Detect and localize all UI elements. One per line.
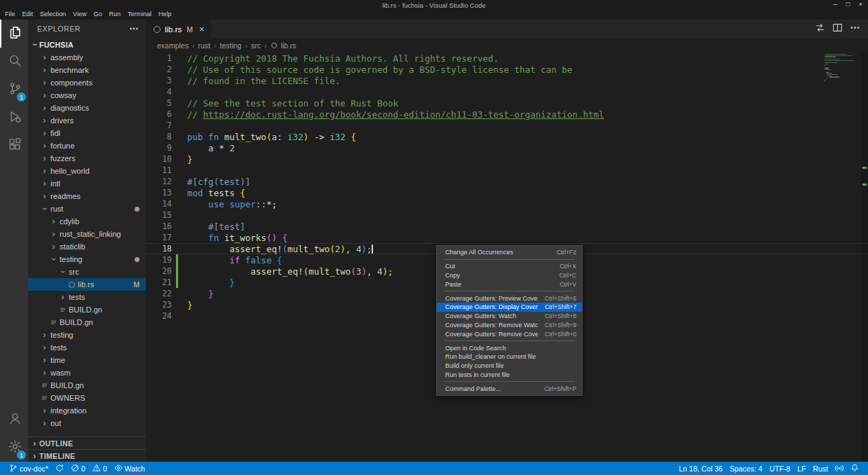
status-git-branch[interactable]: cov-doc* — [6, 462, 52, 475]
tree-folder-fuzzers[interactable]: ›fuzzers — [28, 152, 146, 165]
status-warning[interactable]: 0 — [89, 462, 111, 475]
code-line-8[interactable]: 8pub fn mult_two(a: i32) -> i32 { — [146, 131, 868, 142]
code-line-11[interactable]: 11 — [146, 165, 868, 176]
menu-go[interactable]: Go — [90, 9, 105, 19]
status-broadcast[interactable] — [832, 462, 847, 475]
tree-folder-components[interactable]: ›components — [28, 76, 146, 89]
tree-file-lib-rs[interactable]: lib.rsM — [28, 278, 146, 291]
code-line-10[interactable]: 10} — [146, 153, 868, 165]
code-line-3[interactable]: 3// found in the LICENSE file. — [146, 75, 868, 86]
tree-folder-integration[interactable]: ›integration — [28, 404, 146, 417]
menu-terminal[interactable]: Terminal — [124, 9, 155, 19]
code-line-9[interactable]: 9 a * 2 — [146, 142, 868, 153]
menu-edit[interactable]: Edit — [19, 9, 37, 19]
breadcrumb-rust[interactable]: rust — [197, 41, 211, 50]
activity-explorer-button[interactable] — [0, 20, 28, 48]
code-line-7[interactable]: 7 — [146, 120, 868, 131]
code-line-14[interactable]: 14 use super::*; — [146, 198, 868, 209]
tree-folder-out[interactable]: ›out — [28, 417, 146, 429]
code-line-12[interactable]: 12#[cfg(test)] — [146, 176, 868, 187]
tree-folder-hello-world[interactable]: ›hello_world — [28, 165, 146, 177]
menu-item-coverage-gutters-preview-coverage-report[interactable]: Coverage Gutters: Preview Coverage Repor… — [437, 294, 582, 303]
status-spaces-4[interactable]: Spaces: 4 — [726, 462, 766, 475]
more-actions-icon[interactable] — [129, 24, 139, 34]
tree-folder-rust-static-linking[interactable]: ›rust_static_linking — [28, 228, 146, 240]
menu-item-coverage-gutters-remove-watch[interactable]: Coverage Gutters: Remove WatchCtrl+Shift… — [437, 321, 582, 330]
status-bell[interactable] — [847, 462, 862, 475]
activity-source-control-button[interactable]: 1 — [0, 76, 28, 104]
menu-item-open-in-code-search[interactable]: Open in Code Search — [437, 343, 582, 352]
window-maximize-button[interactable]: □ — [844, 1, 852, 8]
status-eye[interactable]: Watch — [111, 462, 149, 475]
minimap[interactable] — [825, 54, 861, 103]
breadcrumb-lib-rs[interactable]: lib.rs — [280, 41, 297, 50]
tree-folder-intl[interactable]: ›intl — [28, 177, 146, 190]
activity-extensions-button[interactable] — [0, 132, 28, 160]
menu-run[interactable]: Run — [105, 9, 124, 19]
menu-selection[interactable]: Selection — [36, 9, 69, 19]
panel-timeline[interactable]: ›TIMELINE — [28, 449, 146, 462]
tree-folder-fidl[interactable]: ›fidl — [28, 127, 146, 139]
tree-folder-benchmark[interactable]: ›benchmark — [28, 64, 146, 76]
breadcrumb-examples[interactable]: examples — [156, 41, 189, 50]
close-icon[interactable]: × — [199, 25, 205, 34]
window-close-button[interactable]: × — [857, 1, 864, 8]
tree-folder-fortune[interactable]: ›fortune — [28, 139, 146, 152]
tree-folder-src[interactable]: ›src — [28, 266, 146, 278]
code-line-2[interactable]: 2// Use of this source code is governed … — [146, 64, 868, 75]
tree-folder-cdylib[interactable]: ›cdylib — [28, 215, 146, 228]
tree-folder-staticlib[interactable]: ›staticlib — [28, 240, 146, 253]
activity-run-debug-button[interactable] — [0, 104, 28, 132]
tree-file-owners[interactable]: OWNERS — [28, 392, 146, 404]
menu-item-coverage-gutters-remove-coverage[interactable]: Coverage Gutters: Remove CoverageCtrl+Sh… — [437, 329, 582, 338]
menu-item-cut[interactable]: CutCtrl+X — [437, 262, 582, 271]
status-utf-8[interactable]: UTF-8 — [766, 462, 794, 475]
status-sync[interactable] — [52, 462, 67, 475]
menu-item-paste[interactable]: PasteCtrl+V — [437, 280, 582, 289]
menu-item-command-palette[interactable]: Command Palette...Ctrl+Shift+P — [437, 384, 582, 393]
menu-item-build-only-current-file[interactable]: Build only current file — [437, 362, 582, 371]
tree-folder-diagnostics[interactable]: ›diagnostics — [28, 102, 146, 114]
overview-ruler[interactable] — [861, 53, 868, 462]
menu-item-run-tests-in-current-file[interactable]: Run tests in current file — [437, 371, 582, 380]
tree-folder-rust[interactable]: ›rust — [28, 202, 146, 215]
activity-search-button[interactable] — [0, 48, 28, 76]
tree-file-build-gn[interactable]: BUILD.gn — [28, 379, 146, 392]
menu-file[interactable]: File — [1, 9, 19, 19]
tree-folder-time[interactable]: ›time — [28, 354, 146, 366]
code-line-4[interactable]: 4 — [146, 86, 868, 97]
open-changes-button[interactable] — [812, 22, 827, 37]
tree-folder-wasm[interactable]: ›wasm — [28, 366, 146, 379]
code-line-16[interactable]: 16 #[test] — [146, 221, 868, 232]
tree-folder-cowsay[interactable]: ›cowsay — [28, 89, 146, 102]
status-error[interactable]: 0 — [67, 462, 89, 475]
status-ln-18-col-36[interactable]: Ln 18, Col 36 — [675, 462, 726, 475]
split-editor-button[interactable] — [829, 22, 845, 37]
code-line-17[interactable]: 17 fn it_works() { — [146, 232, 868, 243]
tree-file-build-gn[interactable]: BUILD.gn — [28, 316, 146, 329]
menu-view[interactable]: View — [69, 9, 90, 19]
tree-folder-assembly[interactable]: ›assembly — [28, 51, 146, 64]
status-rust[interactable]: Rust — [809, 462, 832, 475]
menu-item-change-all-occurrences[interactable]: Change All OccurrencesCtrl+F2 — [437, 248, 582, 257]
more-actions-button[interactable] — [847, 22, 862, 37]
code-line-15[interactable]: 15 — [146, 209, 868, 221]
code-line-5[interactable]: 5// See the test section of the Rust Boo… — [146, 97, 868, 109]
menu-item-run-build-cleaner-on-current-file[interactable]: Run build_cleaner on current file — [437, 352, 582, 362]
section-header-fuchsia[interactable]: › FUCHSIA — [28, 38, 146, 51]
tree-folder-readmes[interactable]: ›readmes — [28, 190, 146, 202]
window-minimize-button[interactable]: ─ — [832, 1, 839, 8]
status-lf[interactable]: LF — [794, 462, 809, 475]
menu-help[interactable]: Help — [155, 9, 175, 19]
tab-lib-rs[interactable]: lib.rs M × — [146, 20, 211, 39]
tree-folder-testing[interactable]: ›testing — [28, 329, 146, 341]
breadcrumb-src[interactable]: src — [250, 41, 262, 50]
tree-folder-tests[interactable]: ›tests — [28, 341, 146, 354]
tree-file-build-gn[interactable]: BUILD.gn — [28, 303, 146, 316]
code-line-13[interactable]: 13mod tests { — [146, 187, 868, 198]
tree-folder-tests[interactable]: ›tests — [28, 291, 146, 303]
menu-item-coverage-gutters-watch[interactable]: Coverage Gutters: WatchCtrl+Shift+8 — [437, 312, 582, 321]
tree-folder-drivers[interactable]: ›drivers — [28, 114, 146, 127]
tree-folder-testing[interactable]: ›testing — [28, 253, 146, 266]
menu-item-coverage-gutters-display-coverage[interactable]: Coverage Gutters: Display CoverageCtrl+S… — [437, 303, 582, 312]
